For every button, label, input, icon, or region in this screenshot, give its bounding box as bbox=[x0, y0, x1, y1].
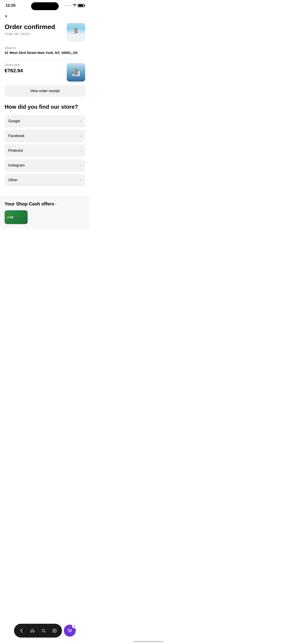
close-icon[interactable]: × bbox=[4, 13, 8, 19]
order-total-row: Order total €762.94 🏂 bbox=[4, 63, 85, 82]
lightning-icon: ⚡ bbox=[6, 216, 10, 219]
close-button-wrapper[interactable]: × bbox=[0, 10, 90, 21]
main-content: Order confirmed Order No. #1010 Ships to… bbox=[0, 21, 90, 196]
survey-option-chevron-google: › bbox=[80, 119, 82, 123]
order-title: Order confirmed bbox=[4, 23, 55, 31]
battery-fill bbox=[78, 4, 83, 6]
survey-option-label-instagram: Instagram bbox=[8, 163, 25, 168]
survey-title: How did you find our store? bbox=[4, 103, 85, 110]
dot-3 bbox=[68, 5, 70, 6]
survey-option-label-facebook: Facebook bbox=[8, 134, 24, 138]
wifi-icon bbox=[73, 4, 76, 7]
survey-options: Google›Facebook›Pinterest›Instagram›Othe… bbox=[4, 115, 85, 186]
shop-cash-title[interactable]: Your Shop Cash offers › bbox=[4, 201, 85, 206]
shop-cash-chevron-icon: › bbox=[55, 202, 56, 206]
ships-address: 41 West 33rd Street New York, NY, 10001,… bbox=[4, 51, 85, 54]
survey-option-chevron-pinterest: › bbox=[80, 148, 82, 153]
survey-option-chevron-other: › bbox=[80, 178, 82, 182]
order-total-text: Order total €762.94 bbox=[4, 63, 23, 74]
battery-icon bbox=[78, 4, 84, 7]
dot-4 bbox=[70, 5, 71, 6]
survey-option-label-pinterest: Pinterest bbox=[8, 148, 23, 153]
survey-option-label-google: Google bbox=[8, 119, 20, 123]
order-header-text: Order confirmed Order No. #1010 bbox=[4, 23, 55, 36]
status-time: 12:25 bbox=[6, 3, 16, 8]
order-header: Order confirmed Order No. #1010 bbox=[4, 23, 85, 42]
divider-1 bbox=[4, 59, 85, 60]
ships-label: Ships to bbox=[4, 46, 85, 50]
shop-cash-amount: $2 bbox=[10, 216, 13, 219]
shop-cash-card[interactable]: ⚡ $2 bbox=[4, 210, 28, 224]
dot-2 bbox=[66, 5, 68, 6]
status-icons bbox=[65, 4, 84, 7]
dot-1 bbox=[65, 5, 66, 6]
survey-option-instagram[interactable]: Instagram› bbox=[4, 159, 85, 172]
order-number: Order No. #1010 bbox=[4, 32, 55, 36]
product-thumbnail-2: 🏂 bbox=[67, 63, 85, 82]
survey-option-google[interactable]: Google› bbox=[4, 115, 85, 127]
dynamic-island bbox=[31, 2, 59, 10]
total-amount: €762.94 bbox=[4, 68, 23, 74]
status-bar: 12:25 bbox=[0, 0, 90, 10]
view-receipt-button[interactable]: View order receipt bbox=[4, 85, 85, 97]
ships-section: Ships to 41 West 33rd Street New York, N… bbox=[4, 46, 85, 54]
survey-option-facebook[interactable]: Facebook› bbox=[4, 130, 85, 142]
shop-cash-section: Your Shop Cash offers › ⚡ $2 bbox=[0, 196, 90, 229]
shop-cash-title-text: Your Shop Cash offers bbox=[4, 201, 54, 206]
survey-option-label-other: Other bbox=[8, 178, 18, 182]
signal-dots bbox=[65, 5, 71, 6]
survey-option-other[interactable]: Other› bbox=[4, 174, 85, 186]
survey-option-pinterest[interactable]: Pinterest› bbox=[4, 144, 85, 157]
product-thumbnail-1 bbox=[67, 23, 85, 42]
total-label: Order total bbox=[4, 63, 23, 67]
survey-option-chevron-facebook: › bbox=[80, 134, 82, 138]
survey-option-chevron-instagram: › bbox=[80, 163, 82, 168]
